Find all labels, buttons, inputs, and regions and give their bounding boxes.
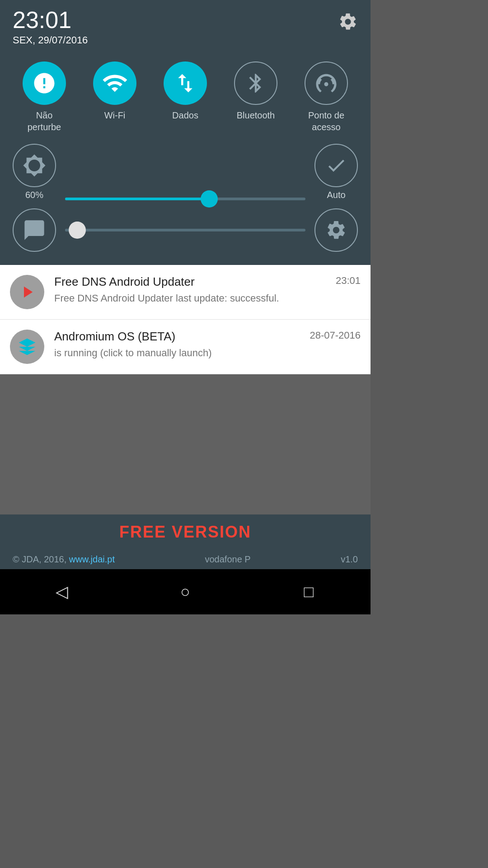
hotspot-label: Ponto deacesso xyxy=(308,109,344,133)
auto-label: Auto xyxy=(327,190,345,200)
toggle-wifi[interactable]: Wi-Fi xyxy=(83,61,146,121)
dns-updater-title: Free DNS Android Updater xyxy=(54,275,330,289)
toggle-bluetooth[interactable]: Bluetooth xyxy=(224,61,287,121)
toggle-hotspot[interactable]: Ponto deacesso xyxy=(295,61,358,133)
footer: FREE VERSION xyxy=(0,514,371,550)
andromium-body: is running (click to manually launch) xyxy=(54,346,361,360)
carrier-text: vodafone P xyxy=(205,554,250,565)
brightness-slider[interactable] xyxy=(65,198,305,200)
quick-settings-panel: Nãoperturbe Wi-Fi Dados xyxy=(0,52,371,265)
wifi-circle xyxy=(93,61,136,105)
andromium-icon xyxy=(10,330,44,364)
jdai-link[interactable]: www.jdai.pt xyxy=(69,554,115,564)
status-time: 23:01 xyxy=(13,8,88,32)
dados-circle xyxy=(164,61,207,105)
volume-slider[interactable] xyxy=(65,229,305,231)
toggle-nao-perturbe[interactable]: Nãoperturbe xyxy=(13,61,76,133)
nao-perturbe-label: Nãoperturbe xyxy=(28,109,61,133)
volume-icon[interactable] xyxy=(13,208,56,252)
dados-label: Dados xyxy=(172,109,198,121)
status-date: SEX, 29/07/2016 xyxy=(13,34,88,46)
version-text: v1.0 xyxy=(341,554,358,565)
wifi-label: Wi-Fi xyxy=(104,109,126,121)
info-bar: © JDA, 2016, www.jdai.pt vodafone P v1.0 xyxy=(0,550,371,569)
wallpaper-area xyxy=(0,374,371,514)
dns-updater-icon xyxy=(10,275,44,309)
free-version-label: FREE VERSION xyxy=(119,523,251,542)
dns-updater-time: 23:01 xyxy=(336,275,361,287)
volume-settings-icon[interactable] xyxy=(314,208,358,252)
hotspot-circle xyxy=(305,61,348,105)
nao-perturbe-circle xyxy=(23,61,66,105)
auto-brightness-control: Auto xyxy=(314,144,358,200)
copyright-text: © JDA, 2016, www.jdai.pt xyxy=(13,554,115,565)
dns-updater-body: Free DNS Android Updater last update: su… xyxy=(54,292,361,306)
notification-dns-updater[interactable]: Free DNS Android Updater 23:01 Free DNS … xyxy=(0,265,371,320)
brightness-control: 60% xyxy=(13,144,56,200)
bluetooth-circle xyxy=(234,61,277,105)
home-button[interactable]: ○ xyxy=(167,574,203,610)
andromium-title: Andromium OS (BETA) xyxy=(54,330,304,344)
brightness-percent: 60% xyxy=(25,190,43,200)
recents-button[interactable]: □ xyxy=(291,574,327,610)
auto-brightness-icon[interactable] xyxy=(314,144,358,187)
andromium-content: Andromium OS (BETA) 28-07-2016 is runnin… xyxy=(54,330,361,360)
navigation-bar: ◁ ○ □ xyxy=(0,569,371,614)
back-button[interactable]: ◁ xyxy=(44,574,80,610)
bluetooth-label: Bluetooth xyxy=(237,109,275,121)
andromium-time: 28-07-2016 xyxy=(310,330,361,341)
dns-updater-content: Free DNS Android Updater 23:01 Free DNS … xyxy=(54,275,361,306)
notification-list: Free DNS Android Updater 23:01 Free DNS … xyxy=(0,265,371,374)
settings-icon[interactable] xyxy=(338,12,358,32)
notification-andromium[interactable]: Andromium OS (BETA) 28-07-2016 is runnin… xyxy=(0,320,371,374)
brightness-icon[interactable] xyxy=(13,144,56,187)
quick-toggle-row: Nãoperturbe Wi-Fi Dados xyxy=(13,61,358,133)
toggle-dados[interactable]: Dados xyxy=(154,61,217,121)
status-bar: 23:01 SEX, 29/07/2016 xyxy=(0,0,371,52)
